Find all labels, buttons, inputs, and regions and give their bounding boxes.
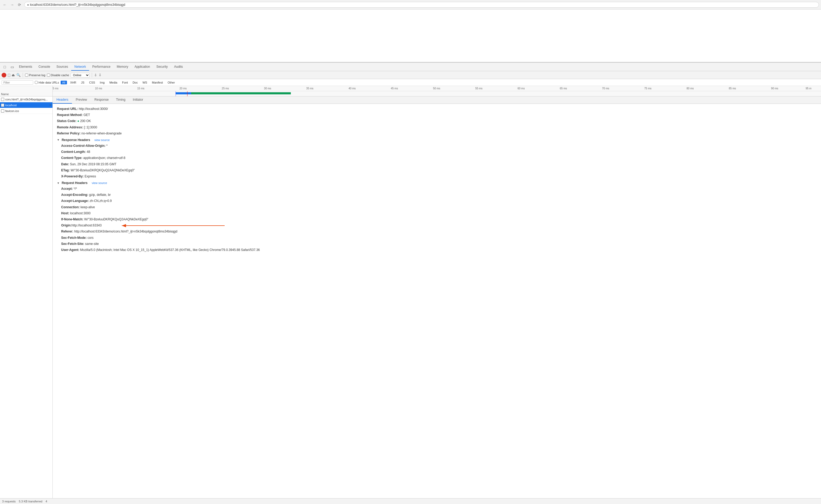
origin-row: Origin: http://localhost:63343 <box>61 222 817 229</box>
remote-address-val: [::1]:3000 <box>84 125 97 129</box>
tab-memory[interactable]: Memory <box>114 63 131 71</box>
connection-row: Connection: keep-alive <box>61 204 817 210</box>
accept-row: Accept: */* <box>61 186 817 192</box>
record-button[interactable] <box>2 73 6 77</box>
filter-input[interactable] <box>2 80 33 85</box>
filter-media-button[interactable]: Media <box>108 81 119 84</box>
tab-security[interactable]: Security <box>153 63 171 71</box>
preserve-log-input[interactable] <box>25 74 28 77</box>
accept-val: */* <box>74 187 77 191</box>
close-request-button[interactable]: ✕ <box>49 104 51 106</box>
detail-tab-timing[interactable]: Timing <box>112 96 129 104</box>
request-url-key: Request URL: <box>57 107 78 111</box>
request-url-row: Request URL: http://localhost:3000/ <box>57 106 817 112</box>
detail-tab-headers[interactable]: Headers <box>53 96 72 104</box>
tick-80ms: 80 ms <box>687 87 694 90</box>
tick-10ms: 10 ms <box>95 87 102 90</box>
devtools-tab-bar: □ ▭ Elements Console Sources Network Per… <box>0 63 821 71</box>
refresh-button[interactable]: ⟳ <box>17 2 22 7</box>
detail-tab-initiator[interactable]: Initiator <box>129 96 147 104</box>
address-bar[interactable]: ● localhost:63343/demo/cors.html?_ijt=n5… <box>24 2 819 8</box>
tick-95ms: 95 m <box>806 87 812 90</box>
search-button[interactable]: 🔍 <box>16 73 21 77</box>
detail-tab-preview[interactable]: Preview <box>72 96 91 104</box>
request-item-favicon[interactable]: favicon.ico <box>0 108 52 114</box>
browser-chrome: ← → ⟳ ● localhost:63343/demo/cors.html?_… <box>0 0 821 9</box>
detail-content: Request URL: http://localhost:3000/ Requ… <box>53 104 821 498</box>
tick-45ms: 45 ms <box>391 87 398 90</box>
tick-25ms: 25 ms <box>222 87 229 90</box>
sec-fetch-site-val: same-site <box>85 242 99 246</box>
if-none-match-val: W/"30-BzeluuDKRQKQuQ2AAQNkDeXEgq0" <box>84 217 148 221</box>
timeline-bar-blue <box>176 92 191 94</box>
url-text: localhost:63343/demo/cors.html?_ijt=n5k3… <box>30 3 125 7</box>
if-none-match-row: If-None-Match: W/"30-BzeluuDKRQKQuQ2AAQN… <box>61 216 817 222</box>
forward-button[interactable]: → <box>9 2 15 7</box>
hide-data-urls-checkbox[interactable]: Hide data URLs <box>35 81 59 84</box>
etag-key: ETag: <box>61 168 70 172</box>
accept-language-key: Accept-Language: <box>61 199 89 203</box>
timeline-ruler: 5 ms 10 ms 15 ms 20 ms 25 ms 30 ms 35 ms… <box>53 86 821 96</box>
tab-application[interactable]: Application <box>131 63 153 71</box>
tab-console[interactable]: Console <box>35 63 53 71</box>
toolbar-divider-2 <box>92 73 92 77</box>
request-item-localhost[interactable]: localhost ✕ <box>0 102 52 108</box>
request-headers-triangle: ▼ <box>57 182 60 185</box>
export-har-button[interactable]: ⇩ <box>99 73 102 77</box>
content-length-key: Content-Length: <box>61 150 86 154</box>
connection-key: Connection: <box>61 205 80 209</box>
throttle-select[interactable]: Online Fast 3G Slow 3G Offline <box>71 73 90 77</box>
request-headers-title: Request Headers <box>62 181 88 185</box>
request-name-localhost: localhost <box>5 104 48 107</box>
etag-val: W/"30-BzeluuDKRQKQuQ2AAQNkDeXEgq0" <box>71 168 135 172</box>
filter-ws-button[interactable]: WS <box>141 81 149 84</box>
x-powered-by-val: Express <box>85 175 96 178</box>
filter-button[interactable]: ⏏ <box>12 73 15 77</box>
page-content-area <box>0 9 821 62</box>
content-length-val: 48 <box>87 150 90 154</box>
timeline-waterfall <box>53 91 821 96</box>
tab-sources[interactable]: Sources <box>53 63 71 71</box>
hide-data-urls-input[interactable] <box>35 81 38 84</box>
x-powered-by-row: X-Powered-By: Express <box>61 173 817 180</box>
device-mode-button[interactable]: ▭ <box>8 63 16 71</box>
tab-performance[interactable]: Performance <box>89 63 114 71</box>
status-code-key: Status Code: <box>57 119 76 123</box>
inspect-element-button[interactable]: □ <box>1 63 8 71</box>
tick-65ms: 65 ms <box>560 87 567 90</box>
filter-manifest-button[interactable]: Manifest <box>150 81 165 84</box>
acao-val: * <box>106 144 108 148</box>
back-button[interactable]: ← <box>2 2 7 7</box>
request-item-cors[interactable]: cors.html?_ijt=n5k34bqslggonq... <box>0 96 52 102</box>
clear-button[interactable]: ⎕ <box>8 73 10 77</box>
status-code-val: 200 OK <box>80 119 91 123</box>
disable-cache-input[interactable] <box>47 74 50 77</box>
status-bar: 3 requests 5.3 KB transferred 4 <box>0 498 821 504</box>
import-har-button[interactable]: ⇧ <box>94 73 97 77</box>
tab-network[interactable]: Network <box>71 63 89 71</box>
request-headers-section[interactable]: ▼ Request Headers view source <box>57 180 817 186</box>
disable-cache-checkbox[interactable]: Disable cache <box>47 74 69 77</box>
detail-tab-response[interactable]: Response <box>91 96 112 104</box>
timeline-marker-blue <box>176 91 176 96</box>
request-list: cors.html?_ijt=n5k34bqslggonq... localho… <box>0 96 53 498</box>
filter-other-button[interactable]: Other <box>166 81 177 84</box>
preserve-log-checkbox[interactable]: Preserve log <box>25 74 45 77</box>
filter-css-button[interactable]: CSS <box>88 81 97 84</box>
filter-img-button[interactable]: Img <box>98 81 106 84</box>
response-headers-section[interactable]: ▼ Response Headers view source <box>57 137 817 143</box>
tab-elements[interactable]: Elements <box>16 63 35 71</box>
filter-js-button[interactable]: JS <box>79 81 86 84</box>
hide-data-urls-label: Hide data URLs <box>38 81 59 84</box>
filter-xhr-button[interactable]: XHR <box>69 81 78 84</box>
filter-all-button[interactable]: All <box>61 81 67 84</box>
request-method-val: GET <box>84 113 90 117</box>
filter-doc-button[interactable]: Doc <box>131 81 139 84</box>
remote-address-row: Remote Address: [::1]:3000 <box>57 124 817 130</box>
filter-font-button[interactable]: Font <box>120 81 129 84</box>
request-view-source-link[interactable]: view source <box>92 181 107 185</box>
tab-audits[interactable]: Audits <box>171 63 186 71</box>
timeline-container: Name 5 ms 10 ms 15 ms 20 ms 25 ms 30 ms … <box>0 86 821 96</box>
response-view-source-link[interactable]: view source <box>94 138 110 142</box>
detail-tab-bar: Headers Preview Response Timing Initiato… <box>53 96 821 104</box>
